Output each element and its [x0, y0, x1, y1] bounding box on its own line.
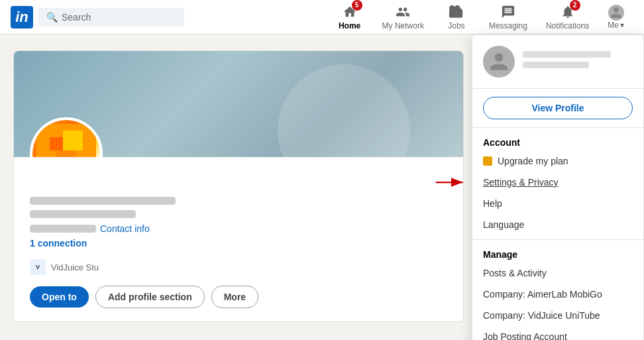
profile-headline-blurred [30, 210, 136, 218]
language-item[interactable]: Language [472, 214, 643, 235]
company-name: VidJuice Stu [51, 262, 99, 272]
chevron-down-icon: ▾ [620, 21, 624, 30]
profile-name-blurred [30, 197, 176, 205]
profile-avatar [30, 117, 103, 157]
me-label: Me ▾ [608, 21, 624, 30]
messaging-label: Messaging [489, 21, 527, 30]
contact-info-link[interactable]: Contact info [100, 223, 150, 234]
add-profile-section-button[interactable]: Add profile section [95, 286, 205, 308]
settings-privacy-item[interactable]: Settings & Privacy [472, 172, 643, 193]
dropdown-headline-blurred [523, 62, 589, 68]
home-badge: 5 [352, 0, 362, 11]
company-row: V VidJuice Stu [30, 259, 447, 275]
upgrade-icon [483, 156, 492, 166]
dropdown-divider-2 [472, 239, 643, 240]
posts-activity-label: Posts & Activity [483, 268, 547, 278]
search-icon: 🔍 [46, 12, 58, 23]
dropdown-name-blurred [523, 51, 611, 58]
profile-card: Contact info 1 connection V VidJuice Stu… [13, 50, 464, 322]
profile-avatar-inner [32, 120, 100, 157]
profile-body: Contact info 1 connection V VidJuice Stu… [14, 157, 463, 321]
more-button[interactable]: More [211, 286, 258, 308]
company2-item[interactable]: Company: VidJuice UniTube [472, 305, 643, 326]
upgrade-plan-item[interactable]: Upgrade my plan [472, 150, 643, 172]
help-label: Help [483, 198, 502, 209]
search-placeholder: Search [62, 12, 91, 23]
connection-count: 1 connection [30, 238, 447, 249]
nav-items: 5 Home My Network Jobs [327, 0, 633, 34]
me-avatar [608, 5, 624, 21]
company-logo: V [30, 259, 46, 275]
navbar: in 🔍 Search 5 Home My Network [0, 0, 644, 34]
upgrade-plan-label: Upgrade my plan [498, 156, 568, 166]
company1-label: Company: AimerLab MobiGo [483, 289, 602, 300]
notifications-icon: 2 [561, 4, 575, 20]
messaging-icon [501, 4, 515, 20]
svg-rect-3 [56, 150, 76, 157]
language-label: Language [483, 219, 524, 230]
account-section-title: Account [472, 132, 643, 150]
nav-item-my-network[interactable]: My Network [373, 0, 433, 34]
svg-rect-2 [63, 131, 83, 150]
page-wrapper: in 🔍 Search 5 Home My Network [0, 0, 644, 340]
dropdown-divider-1 [472, 127, 643, 128]
search-bar[interactable]: 🔍 Search [38, 8, 184, 27]
job-posting-item[interactable]: Job Posting Account [472, 326, 643, 340]
dropdown-avatar [483, 46, 515, 78]
dropdown-profile-section [472, 35, 643, 89]
my-network-label: My Network [382, 21, 424, 30]
jobs-icon [449, 4, 464, 20]
my-network-icon [396, 4, 410, 20]
notifications-badge: 2 [570, 0, 580, 11]
company1-item[interactable]: Company: AimerLab MobiGo [472, 284, 643, 305]
home-label: Home [339, 21, 360, 30]
nav-item-me[interactable]: Me ▾ [598, 1, 633, 34]
job-posting-label: Job Posting Account [483, 331, 567, 340]
notifications-label: Notifications [546, 21, 589, 30]
jobs-label: Jobs [448, 21, 464, 30]
nav-item-jobs[interactable]: Jobs [433, 0, 480, 34]
help-item[interactable]: Help [472, 193, 643, 214]
nav-item-messaging[interactable]: Messaging [480, 0, 537, 34]
nav-item-notifications[interactable]: 2 Notifications [537, 0, 598, 34]
me-dropdown-menu: View Profile Account Upgrade my plan Set… [472, 34, 644, 340]
company2-label: Company: VidJuice UniTube [483, 310, 600, 321]
dropdown-name-area [523, 51, 633, 72]
view-profile-button[interactable]: View Profile [483, 97, 633, 119]
svg-rect-1 [50, 137, 63, 150]
manage-section-title: Manage [472, 244, 643, 262]
profile-actions: Open to Add profile section More [30, 286, 447, 308]
home-icon: 5 [343, 4, 357, 20]
profile-location-blurred [30, 225, 96, 233]
open-to-button[interactable]: Open to [30, 286, 89, 308]
banner-circle [278, 64, 410, 157]
nav-item-home[interactable]: 5 Home [327, 0, 373, 34]
profile-banner [14, 51, 463, 157]
posts-activity-item[interactable]: Posts & Activity [472, 262, 643, 284]
linkedin-logo: in [11, 6, 33, 28]
settings-privacy-label: Settings & Privacy [483, 177, 559, 188]
